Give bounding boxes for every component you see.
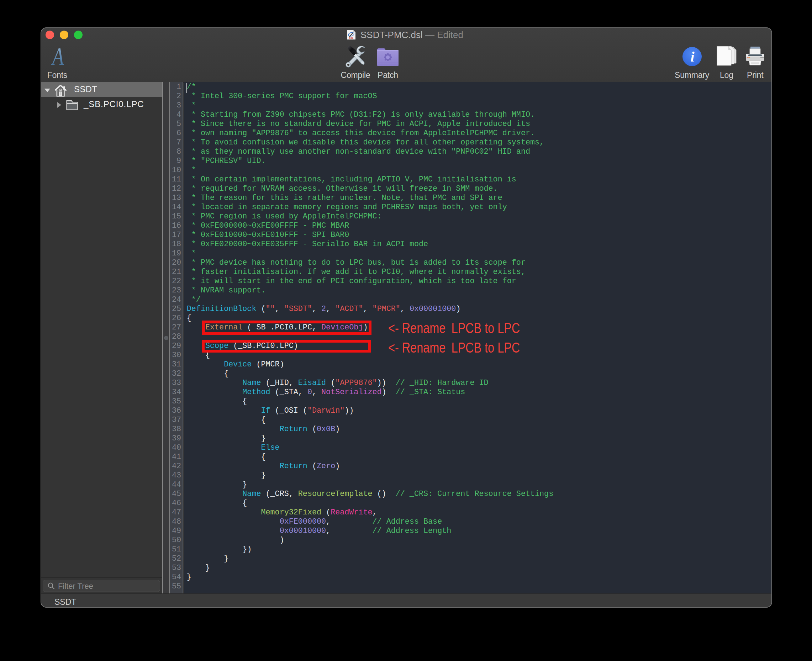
svg-text:A: A [51, 48, 64, 66]
svg-text:i: i [690, 49, 694, 65]
svg-text:DSL: DSL [349, 37, 353, 39]
